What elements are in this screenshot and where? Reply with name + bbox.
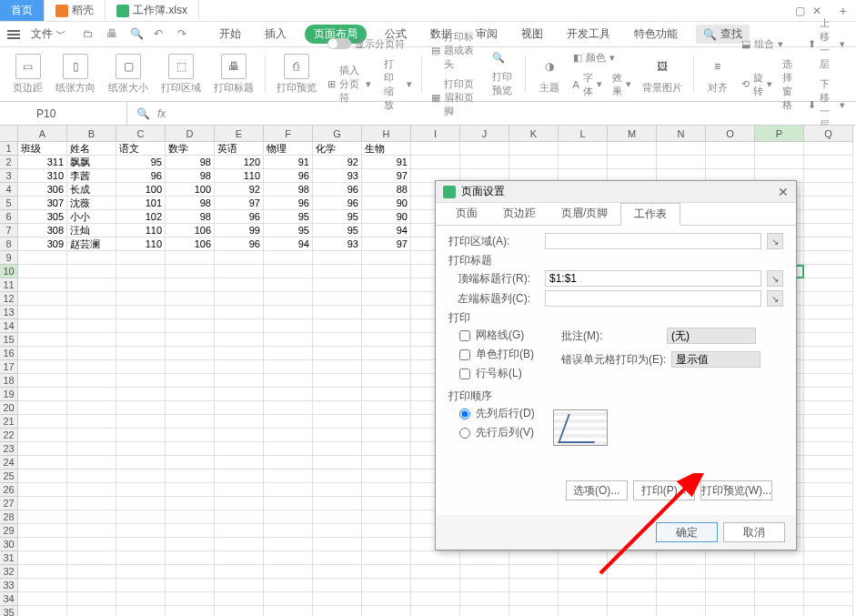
cell[interactable]: [362, 524, 411, 538]
cell[interactable]: [313, 319, 362, 333]
cell[interactable]: [215, 456, 264, 470]
cell[interactable]: [116, 456, 166, 470]
cell[interactable]: [509, 142, 559, 156]
cell[interactable]: 化学: [313, 142, 362, 156]
undo-icon[interactable]: ↶: [154, 27, 168, 42]
input-top-row[interactable]: [545, 270, 761, 287]
cell[interactable]: [18, 333, 67, 347]
cell[interactable]: [18, 347, 67, 360]
cell[interactable]: [313, 524, 362, 538]
cell[interactable]: [755, 551, 804, 565]
cell[interactable]: [116, 319, 166, 333]
cell[interactable]: [804, 292, 853, 306]
cell[interactable]: [804, 265, 853, 278]
cell[interactable]: [706, 156, 755, 169]
cell[interactable]: [166, 319, 215, 333]
cell[interactable]: [804, 306, 853, 319]
tool-margins[interactable]: ▭页边距: [7, 54, 48, 95]
cell[interactable]: [804, 374, 853, 388]
row-header-28[interactable]: 28: [0, 510, 18, 524]
cell[interactable]: [706, 142, 755, 156]
row-header-13[interactable]: 13: [0, 306, 18, 319]
cell[interactable]: [657, 592, 706, 606]
cell[interactable]: [362, 551, 411, 565]
cell[interactable]: 李茜: [67, 169, 116, 183]
tab-home[interactable]: 首页: [0, 0, 45, 21]
chk-gridlines[interactable]: 网格线(G): [459, 328, 534, 343]
cell[interactable]: [313, 388, 362, 401]
cell[interactable]: [313, 265, 362, 278]
cell[interactable]: 姓名: [67, 142, 116, 156]
tool-area[interactable]: ⬚打印区域: [156, 54, 206, 95]
cell[interactable]: [755, 156, 804, 169]
cell[interactable]: [313, 415, 362, 429]
cell[interactable]: [18, 470, 67, 483]
cell[interactable]: [608, 551, 657, 565]
cell[interactable]: 96: [264, 169, 313, 183]
cell[interactable]: [215, 538, 264, 551]
cell[interactable]: [362, 265, 411, 278]
cell[interactable]: [116, 360, 166, 374]
cell[interactable]: [804, 360, 853, 374]
print-icon[interactable]: 🖶: [106, 27, 121, 42]
tool-header[interactable]: ▤打印标题或表头: [428, 28, 487, 73]
cell[interactable]: 307: [18, 197, 67, 210]
tool-up[interactable]: ⬆上移一层▾: [804, 15, 849, 73]
cell[interactable]: [804, 510, 853, 524]
cell[interactable]: [362, 483, 411, 497]
cell[interactable]: 99: [215, 224, 264, 237]
cell[interactable]: [509, 579, 559, 592]
cell[interactable]: [509, 565, 559, 579]
cell[interactable]: [460, 606, 509, 616]
cell[interactable]: [166, 251, 215, 265]
row-header-14[interactable]: 14: [0, 319, 18, 333]
cell[interactable]: [166, 497, 215, 510]
save-icon[interactable]: 🗀: [83, 27, 97, 42]
cell[interactable]: [804, 606, 853, 616]
cell[interactable]: [313, 292, 362, 306]
cell[interactable]: 309: [18, 237, 67, 251]
cell[interactable]: [18, 579, 67, 592]
cell[interactable]: [166, 456, 215, 470]
tab-sheet[interactable]: 工作簿.xlsx: [106, 0, 199, 21]
cell[interactable]: [657, 606, 706, 616]
cell[interactable]: [804, 429, 853, 442]
cell[interactable]: [116, 538, 166, 551]
row-header-15[interactable]: 15: [0, 333, 18, 347]
cell[interactable]: [313, 401, 362, 415]
cell[interactable]: [313, 592, 362, 606]
cell[interactable]: [313, 579, 362, 592]
cell[interactable]: [362, 292, 411, 306]
cell[interactable]: [559, 606, 608, 616]
cell[interactable]: [460, 551, 509, 565]
row-header-33[interactable]: 33: [0, 579, 18, 592]
cell[interactable]: [755, 579, 804, 592]
cell[interactable]: [706, 565, 755, 579]
col-header-P[interactable]: P: [755, 126, 804, 142]
cell[interactable]: 98: [166, 156, 215, 169]
cell[interactable]: [264, 415, 313, 429]
ribbon-tab-dev[interactable]: 开发工具: [561, 25, 616, 44]
cell[interactable]: [362, 510, 411, 524]
cell[interactable]: 96: [116, 169, 166, 183]
col-header-J[interactable]: J: [460, 126, 509, 142]
cell[interactable]: [657, 142, 706, 156]
row-header-16[interactable]: 16: [0, 347, 18, 360]
cell[interactable]: [362, 579, 411, 592]
cell[interactable]: [166, 333, 215, 347]
cell[interactable]: 沈薇: [67, 197, 116, 210]
cell[interactable]: [67, 333, 116, 347]
cell[interactable]: [18, 456, 67, 470]
cell[interactable]: 88: [362, 183, 411, 197]
cell[interactable]: [755, 565, 804, 579]
cell[interactable]: 96: [313, 197, 362, 210]
cell[interactable]: [804, 278, 853, 292]
cell[interactable]: [608, 156, 657, 169]
cell[interactable]: [313, 442, 362, 456]
cell[interactable]: [755, 142, 804, 156]
cell[interactable]: [166, 265, 215, 278]
cell[interactable]: [264, 265, 313, 278]
col-header-E[interactable]: E: [215, 126, 264, 142]
cell[interactable]: [18, 483, 67, 497]
cell[interactable]: 数学: [166, 142, 215, 156]
